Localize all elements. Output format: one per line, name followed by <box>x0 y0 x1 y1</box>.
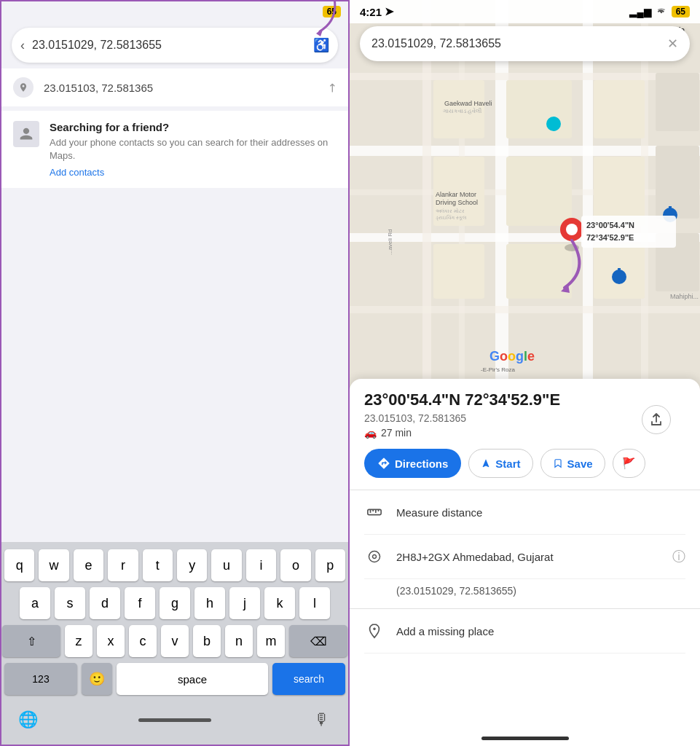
action-buttons: Directions Start Save 🚩 <box>364 449 685 478</box>
svg-rect-30 <box>618 268 621 277</box>
flag-button[interactable]: 🚩 <box>613 449 645 478</box>
directions-button[interactable]: Directions <box>364 449 461 478</box>
search-input-left[interactable] <box>32 39 307 52</box>
svg-text:Google: Google <box>489 349 535 364</box>
coords-display: (23.0151029, 72.5813655) <box>364 579 685 608</box>
key-l[interactable]: l <box>299 587 330 619</box>
location-suggestion[interactable]: 23.015103, 72.581365 ↗ <box>1 68 348 106</box>
key-v[interactable]: v <box>161 625 189 657</box>
left-status-bar: 65 <box>1 1 348 22</box>
keyboard-row-4: 123 🙂 space search <box>4 663 345 695</box>
key-g[interactable]: g <box>160 587 190 619</box>
svg-point-61 <box>373 555 377 559</box>
key-a[interactable]: a <box>20 587 50 619</box>
svg-point-60 <box>369 551 380 562</box>
key-n[interactable]: n <box>225 625 253 657</box>
key-k[interactable]: k <box>264 587 295 619</box>
ruler-icon <box>364 502 385 522</box>
location-pin-icon <box>13 77 34 98</box>
key-h[interactable]: h <box>194 587 225 619</box>
key-i[interactable]: i <box>246 549 276 581</box>
plus-code-icon <box>364 546 385 567</box>
search-bar-left[interactable]: ‹ ♿ <box>12 28 338 63</box>
globe-icon[interactable]: 🌐 <box>13 705 42 734</box>
bottom-padding <box>364 675 685 687</box>
key-j[interactable]: j <box>229 587 260 619</box>
key-y[interactable]: y <box>177 549 207 581</box>
svg-text:Driving School: Driving School <box>436 199 478 206</box>
keyboard-row-2: a s d f g h j k l <box>4 587 345 619</box>
person-icon <box>13 121 39 147</box>
location-coords: 23.015103, 72.581365 <box>364 412 685 424</box>
battery-badge-right: 65 <box>672 6 690 17</box>
key-shift[interactable]: ⇧ <box>2 625 60 657</box>
key-emoji[interactable]: 🙂 <box>82 663 112 695</box>
key-d[interactable]: d <box>90 587 120 619</box>
plus-code-item[interactable]: 2H8J+2GX Ahmedabad, Gujarat ⓘ <box>364 535 685 579</box>
status-time: 4:21 ➤ <box>360 5 394 18</box>
info-icon[interactable]: ⓘ <box>672 548 685 565</box>
key-c[interactable]: c <box>129 625 157 657</box>
key-s[interactable]: s <box>55 587 85 619</box>
key-q[interactable]: q <box>4 549 34 581</box>
key-w[interactable]: w <box>39 549 68 581</box>
key-search[interactable]: search <box>272 663 345 695</box>
microphone-icon[interactable]: 🎙 <box>307 705 337 734</box>
start-button[interactable]: Start <box>468 449 532 478</box>
key-t[interactable]: t <box>143 549 173 581</box>
friend-desc: Add your phone contacts so you can searc… <box>50 136 337 162</box>
key-z[interactable]: z <box>65 625 93 657</box>
back-arrow-icon[interactable]: ‹ <box>20 38 25 53</box>
location-title: 23°00'54.4"N 72°34'52.9"E <box>364 390 685 409</box>
key-e[interactable]: e <box>74 549 103 581</box>
start-label: Start <box>495 458 520 470</box>
flag-icon: 🚩 <box>622 457 636 470</box>
svg-marker-0 <box>316 28 323 36</box>
key-x[interactable]: x <box>97 625 125 657</box>
svg-rect-55 <box>368 509 381 514</box>
right-panel: 📍 🏛 🌳 23°00'54.4"N 72°34'52.9"E SHAIF MA… <box>350 0 700 746</box>
key-b[interactable]: b <box>193 625 221 657</box>
home-bar-right <box>481 737 569 740</box>
suggestion-text: 23.015103, 72.581365 <box>44 82 317 94</box>
friend-section: Searching for a friend? Add your phone c… <box>1 111 348 188</box>
key-f[interactable]: f <box>125 587 155 619</box>
signal-icon: ▂▄▆ <box>629 7 650 17</box>
friend-title: Searching for a friend? <box>50 121 337 133</box>
left-panel: 65 ‹ ♿ 23.015103, 72.581365 ↗ Searching … <box>0 0 350 746</box>
key-m[interactable]: m <box>257 625 285 657</box>
svg-rect-14 <box>506 157 572 226</box>
right-search-bar[interactable]: 23.0151029, 72.5813655 ✕ <box>360 26 690 61</box>
svg-rect-32 <box>669 206 672 215</box>
svg-rect-16 <box>594 157 645 226</box>
bottom-sheet: 23°00'54.4"N 72°34'52.9"E 23.015103, 72.… <box>350 379 700 746</box>
svg-rect-18 <box>433 244 484 299</box>
directions-label: Directions <box>395 458 448 470</box>
bottom-row-left: 🌐 🎙 <box>4 701 345 742</box>
key-o[interactable]: o <box>280 549 310 581</box>
arrow-out-icon: ↗ <box>323 79 340 96</box>
save-button[interactable]: Save <box>540 449 605 478</box>
plus-code-text: 2H8J+2GX Ahmedabad, Gujarat <box>396 551 661 563</box>
key-p[interactable]: p <box>315 549 345 581</box>
car-icon: 🚗 <box>364 427 377 439</box>
svg-text:-E-Pir's Roza: -E-Pir's Roza <box>481 366 515 373</box>
key-backspace[interactable]: ⌫ <box>289 625 347 657</box>
share-button[interactable] <box>642 405 671 434</box>
bottom-spacer <box>364 653 685 675</box>
clear-icon[interactable]: ♿ <box>313 37 329 53</box>
svg-text:Gaekwad Haveli: Gaekwad Haveli <box>444 100 492 107</box>
key-space[interactable]: space <box>117 663 268 695</box>
add-place-label: Add a missing place <box>396 625 685 637</box>
add-missing-place-item[interactable]: Add a missing place <box>364 609 685 653</box>
plus-code-block: 2H8J+2GX Ahmedabad, Gujarat <box>396 551 661 563</box>
keyboard-row-3: ⇧ z x c v b n m ⌫ <box>4 625 345 657</box>
add-contacts-link[interactable]: Add contacts <box>50 167 337 178</box>
battery-badge-left: 65 <box>323 6 341 17</box>
key-123[interactable]: 123 <box>4 663 77 695</box>
close-icon-right[interactable]: ✕ <box>667 36 678 52</box>
key-u[interactable]: u <box>211 549 241 581</box>
friend-text-block: Searching for a friend? Add your phone c… <box>50 121 337 178</box>
measure-distance-item[interactable]: Measure distance <box>364 490 685 535</box>
key-r[interactable]: r <box>108 549 138 581</box>
